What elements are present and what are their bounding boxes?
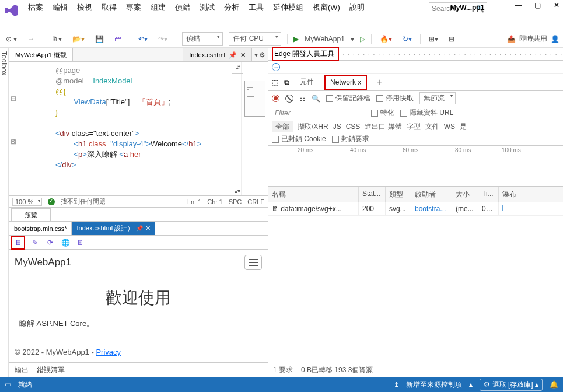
minimize-icon[interactable]: — bbox=[515, 1, 522, 9]
col-type[interactable]: 類型 bbox=[386, 187, 411, 202]
tab-network[interactable]: Network x bbox=[324, 75, 367, 90]
throttle-dropdown[interactable]: 無節流 bbox=[419, 92, 456, 104]
tab-pin-icon[interactable]: 📌 bbox=[229, 51, 237, 59]
menu-build[interactable]: 組建 bbox=[151, 2, 166, 13]
platform-dropdown[interactable]: 任何 CPU bbox=[229, 32, 281, 46]
col-status[interactable]: Stat... bbox=[359, 187, 386, 202]
minimap[interactable]: ⇵ ▬▬▬▬▬▬▬▬▬▬▬▬▬▬▬ ▴▾ bbox=[241, 62, 268, 195]
maximize-icon[interactable]: ▢ bbox=[534, 1, 541, 9]
page-icon[interactable]: 🗎 bbox=[75, 237, 86, 248]
filter-input[interactable]: Filter bbox=[272, 108, 365, 118]
col-name[interactable]: 名稱 bbox=[268, 187, 359, 202]
filter-icon[interactable]: ⚏ bbox=[299, 94, 306, 103]
invert-checkbox[interactable]: 轉化 bbox=[371, 108, 394, 118]
new-tab-icon[interactable]: + bbox=[373, 77, 385, 88]
tab-bootstrap-css[interactable]: bootstrap.min.css* bbox=[9, 222, 72, 235]
col-time[interactable]: Ti... bbox=[478, 187, 499, 202]
hamburger-button[interactable] bbox=[244, 255, 262, 270]
clear-icon[interactable] bbox=[285, 94, 293, 103]
menu-window[interactable]: 視窗(W) bbox=[313, 2, 340, 13]
tab-close-icon[interactable]: ✕ bbox=[240, 51, 246, 59]
type-js[interactable]: JS bbox=[333, 123, 341, 131]
run-icon[interactable]: ▶ bbox=[293, 35, 299, 43]
menu-get[interactable]: 取得 bbox=[102, 2, 117, 13]
tab-index-cshtml[interactable]: Index.cshtml 📌 ✕ bbox=[183, 48, 252, 61]
undo-icon[interactable]: ↶▾ bbox=[136, 34, 150, 44]
redo-icon[interactable]: ↷▾ bbox=[156, 34, 170, 44]
hot-reload-icon[interactable]: 🔥▾ bbox=[377, 34, 394, 44]
config-dropdown[interactable]: 偵錯 bbox=[182, 32, 223, 46]
type-font[interactable]: 字型 bbox=[407, 122, 421, 132]
device-toggle-icon[interactable]: ⧉ bbox=[284, 78, 289, 86]
menu-view[interactable]: 檢視 bbox=[77, 2, 92, 13]
type-fetch[interactable]: 擷取/XHR bbox=[298, 122, 328, 132]
tab-overflow-icon[interactable]: ▾ bbox=[254, 51, 258, 59]
preview-tab[interactable]: 預覽 bbox=[11, 208, 51, 221]
menu-tools[interactable]: 工具 bbox=[249, 2, 264, 13]
table-row[interactable]: 🗎 data:image/svg+x... 200 svg... bootstr… bbox=[268, 202, 563, 216]
extra-tb-icon[interactable]: ⊞▾ bbox=[426, 34, 440, 44]
expand-handle-icon[interactable]: ▴▾ bbox=[232, 186, 243, 195]
privacy-link[interactable]: Privacy bbox=[96, 348, 121, 356]
bell-icon[interactable]: 🔔 bbox=[550, 380, 558, 388]
col-size[interactable]: 大小 bbox=[452, 187, 478, 202]
scm-text[interactable]: 新增至來源控制項 bbox=[406, 380, 462, 390]
new-project-icon[interactable]: 🗎▾ bbox=[49, 34, 64, 44]
type-css[interactable]: CSS bbox=[346, 123, 361, 131]
tab-elements[interactable]: 元件 bbox=[295, 75, 319, 89]
save-all-icon[interactable]: 🗃 bbox=[112, 34, 124, 44]
type-doc[interactable]: 文件 bbox=[425, 122, 439, 132]
extra-tb2-icon[interactable]: ⊟ bbox=[446, 34, 457, 44]
disable-cache-checkbox[interactable]: 停用快取 bbox=[376, 93, 414, 103]
refresh-icon[interactable]: ⟳ bbox=[45, 237, 55, 248]
tab-overview[interactable]: MyWebApp1:概觀 bbox=[9, 48, 73, 61]
toolbox-panel[interactable]: Toolbox bbox=[0, 48, 9, 377]
zoom-dropdown[interactable]: 100 % bbox=[12, 198, 42, 206]
blocked-req-checkbox[interactable]: 封鎖要求 bbox=[332, 134, 369, 144]
preserve-log-checkbox[interactable]: 保留記錄檔 bbox=[326, 93, 370, 103]
menu-file[interactable]: 檔案 bbox=[28, 2, 43, 13]
user-icon[interactable]: 👤 bbox=[551, 35, 559, 43]
scm-upload-icon[interactable]: ↥ bbox=[394, 381, 399, 388]
live-share-label[interactable]: 即時共用 bbox=[519, 34, 547, 44]
globe-icon[interactable]: 🌐 bbox=[60, 237, 71, 248]
output-tab[interactable]: 輸出 bbox=[15, 365, 29, 375]
nav-fwd-icon[interactable]: → bbox=[25, 34, 37, 44]
tab-index-design[interactable]: Index.cshtml 設計） 📌 ✕ bbox=[72, 222, 155, 235]
statusbar-icon[interactable]: ▭ bbox=[5, 380, 11, 388]
search-net-icon[interactable]: 🔍 bbox=[312, 94, 320, 103]
repo-select-button[interactable]: ⚙ 選取 [存放庫] ▴ bbox=[480, 379, 543, 391]
blocked-cookies-checkbox[interactable]: 已封鎖 Cookie bbox=[272, 134, 326, 144]
inspect-icon[interactable]: ⬚ bbox=[272, 78, 278, 86]
menu-project[interactable]: 專案 bbox=[126, 2, 141, 13]
browser-link-icon[interactable]: ↻▾ bbox=[400, 34, 414, 44]
code-editor[interactable]: ⊟ 8 ⊟ @page @model IndexModel @{ ViewDat… bbox=[9, 62, 268, 196]
refresh-circle-icon[interactable]: → bbox=[272, 63, 280, 71]
menu-edit[interactable]: 編輯 bbox=[53, 2, 68, 13]
design-close-icon[interactable]: ✕ bbox=[145, 225, 151, 232]
menu-extensions[interactable]: 延伸模組 bbox=[273, 2, 303, 13]
menu-help[interactable]: 說明 bbox=[349, 2, 365, 13]
share-icon[interactable]: 📤 bbox=[507, 35, 516, 43]
initiator-link[interactable]: bootstra... bbox=[415, 205, 446, 213]
device-preview-button[interactable]: 🖥 bbox=[11, 236, 25, 250]
type-ws[interactable]: WS bbox=[444, 123, 455, 131]
open-icon[interactable]: 📂▾ bbox=[70, 34, 87, 44]
close-icon[interactable]: ✕ bbox=[554, 1, 559, 9]
type-all[interactable]: 全部 bbox=[272, 121, 293, 132]
type-wasm[interactable]: 是 bbox=[460, 122, 467, 132]
menu-debug[interactable]: 偵錯 bbox=[175, 2, 190, 13]
run-target[interactable]: MyWebApp1 bbox=[305, 35, 344, 43]
split-handle-icon[interactable]: ⇵ bbox=[232, 62, 243, 74]
network-timeline[interactable]: 20 ms 40 ms 60 ms 80 ms 100 ms bbox=[268, 146, 563, 187]
save-icon[interactable]: 💾 bbox=[93, 34, 106, 44]
menu-test[interactable]: 測試 bbox=[200, 2, 215, 13]
edit-icon[interactable]: ✎ bbox=[30, 237, 40, 248]
menu-analyze[interactable]: 分析 bbox=[224, 2, 239, 13]
col-waterfall[interactable]: 瀑布▲ bbox=[499, 187, 563, 202]
run-noDebug-icon[interactable]: ▷ bbox=[360, 35, 365, 43]
record-icon[interactable] bbox=[272, 94, 279, 102]
nav-back-icon[interactable]: ⊙ ▾ bbox=[4, 34, 19, 44]
design-pin-icon[interactable]: 📌 bbox=[136, 225, 143, 232]
tab-gear-icon[interactable]: ⚙ bbox=[259, 51, 265, 59]
